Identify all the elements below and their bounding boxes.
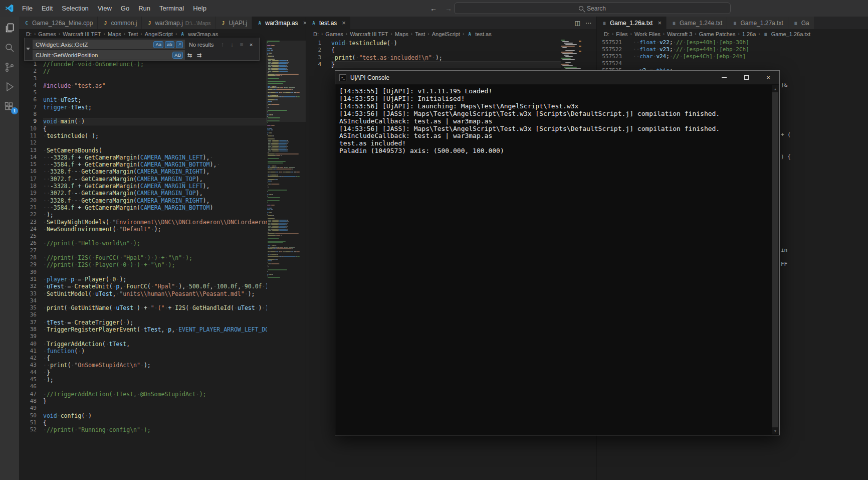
code-line[interactable]: ··-3328.f·+·GetCameraMargin(CAMERA_MARGI…: [43, 154, 267, 161]
code-line[interactable]: }: [43, 398, 267, 405]
code-line[interactable]: [633, 60, 868, 67]
code-line[interactable]: ·//print(·"Hello·world\n"·);: [43, 240, 267, 247]
breadcrumb-item[interactable]: war3map.as: [188, 31, 218, 37]
code-area[interactable]: ··float·v22;·//·[esp+40h]·[ebp-30h]··flo…: [633, 39, 868, 74]
code-line[interactable]: ·//TriggerAddAction(·tTest,·@OnSomeStupi…: [43, 391, 267, 398]
code-line[interactable]: ·print(·GetUnitName(·uTest·)·+·"·("·+·I2…: [43, 304, 267, 311]
tab-ga[interactable]: ≡Ga: [788, 17, 814, 29]
code-line[interactable]: ·);: [43, 376, 267, 383]
whole-word-toggle[interactable]: ab: [165, 41, 174, 48]
breadcrumb-item[interactable]: Game_1.26a.txt: [771, 31, 810, 37]
replace-input[interactable]: CUnit::GetWorldPosition AB: [33, 50, 185, 60]
menu-view[interactable]: View: [93, 0, 116, 17]
editor-actions-more-icon[interactable]: ⋯: [585, 20, 591, 27]
code-line[interactable]: [43, 333, 267, 340]
code-line[interactable]: ··-3328.f·+·GetCameraMargin(CAMERA_MARGI…: [43, 183, 267, 190]
code-line[interactable]: unit·uTest;: [43, 96, 267, 103]
code-line[interactable]: ··3072.f·-·GetCameraMargin(CAMERA_MARGIN…: [43, 190, 267, 197]
code-line[interactable]: #include·"test.as": [43, 82, 267, 89]
code-line[interactable]: ··3072.f·-·GetCameraMargin(CAMERA_MARGIN…: [43, 176, 267, 183]
breadcrumb-item[interactable]: AngelScript: [145, 31, 173, 37]
tab-game_1-26a-txt[interactable]: ≡Game_1.26a.txt×: [597, 17, 667, 29]
code-editor[interactable]: 1234567891011121314151617181920212223242…: [19, 39, 306, 480]
menu-go[interactable]: Go: [116, 0, 134, 17]
tab-ujapi-j[interactable]: JUjAPI.j: [216, 17, 253, 29]
code-line[interactable]: ·//print(·"Running·config\n"·);: [43, 426, 267, 433]
menu-file[interactable]: File: [18, 0, 37, 17]
back-arrow-icon[interactable]: ←: [430, 5, 437, 13]
find-in-selection-button[interactable]: ≡: [237, 42, 247, 48]
code-area[interactable]: //funcdef·void·OnSomeFunc(·);//#include·…: [43, 61, 267, 433]
code-line[interactable]: ··3328.f·-·GetCameraMargin(CAMERA_MARGIN…: [43, 197, 267, 204]
code-line[interactable]: ·//print(·I2S(·FourCC(·"Hpal"·)·)·+·"\n"…: [43, 254, 267, 261]
preserve-case-toggle[interactable]: AB: [172, 52, 183, 59]
code-line[interactable]: [43, 383, 267, 390]
code-line[interactable]: ·SetDayNightModels(·"Environment\\DNC\\D…: [43, 219, 267, 226]
code-line[interactable]: [43, 139, 267, 146]
breadcrumb-item[interactable]: Test: [415, 31, 425, 37]
breadcrumb-item[interactable]: Maps: [108, 31, 121, 37]
maximize-button[interactable]: [735, 71, 757, 85]
code-line[interactable]: //: [43, 68, 267, 75]
breadcrumb-item[interactable]: Games: [38, 31, 56, 37]
previous-match-button[interactable]: ↑: [218, 42, 228, 48]
menu-selection[interactable]: Selection: [57, 0, 93, 17]
code-line[interactable]: {: [43, 125, 267, 132]
breadcrumb-item[interactable]: Games: [325, 31, 343, 37]
extensions-icon[interactable]: 1: [4, 100, 16, 112]
scrollbar-thumb[interactable]: [772, 92, 778, 427]
code-line[interactable]: [43, 269, 267, 276]
code-area[interactable]: void·testinclude(·){·print(·"test.as·inc…: [331, 40, 561, 68]
find-widget-sash[interactable]: [25, 38, 31, 60]
code-line[interactable]: ·uTest·=·CreateUnit(·p,·FourCC(·"Hpal"·)…: [43, 283, 267, 290]
breadcrumb-item[interactable]: D:: [26, 31, 32, 37]
tab-test-as[interactable]: Atest.as×: [306, 17, 351, 29]
code-line[interactable]: ·}: [43, 369, 267, 376]
run-debug-icon[interactable]: [4, 81, 16, 93]
breadcrumb-item[interactable]: Files: [616, 31, 627, 37]
breadcrumb-item[interactable]: Warcraft III TFT: [63, 31, 101, 37]
tab-game_1-27a-txt[interactable]: ≡Game_1.27a.txt: [727, 17, 788, 29]
code-line[interactable]: [43, 247, 267, 254]
scroll-down-icon[interactable]: ▼: [772, 427, 779, 434]
menu-terminal[interactable]: Terminal: [155, 0, 188, 17]
code-line[interactable]: }: [331, 61, 561, 68]
breadcrumb-item[interactable]: D:: [313, 31, 319, 37]
tab-war3map-j[interactable]: Jwar3map.jD:\...\Maps: [142, 17, 215, 29]
code-line[interactable]: ··-3584.f·+·GetCameraMargin(CAMERA_MARGI…: [43, 161, 267, 168]
tab-war3map-as[interactable]: Awar3map.as×: [252, 17, 306, 29]
code-line[interactable]: ··float·v23;·//·[esp+44h]·[ebp-2Ch]: [633, 46, 868, 53]
console-title-bar[interactable]: >_ UjAPI Console ×: [335, 71, 779, 85]
code-line[interactable]: //funcdef·void·OnSomeFunc(·);: [43, 61, 267, 68]
code-line[interactable]: ··-3584.f·+·GetCameraMargin(CAMERA_MARGI…: [43, 204, 267, 211]
tab-game_1-24e-txt[interactable]: ≡Game_1.24e.txt: [667, 17, 727, 29]
code-line[interactable]: ·);: [43, 211, 267, 218]
replace-button[interactable]: ⇆: [185, 52, 194, 59]
code-line[interactable]: [43, 75, 267, 82]
menu-run[interactable]: Run: [134, 0, 155, 17]
code-line[interactable]: ·//print(·I2S(·Player(·0·)·)·+·"\n"·);: [43, 261, 267, 268]
code-line[interactable]: ·SetUnitModel(·uTest,·"units\\human\\Pea…: [43, 290, 267, 297]
code-line[interactable]: void·main(·): [43, 118, 267, 125]
search-sidebar-icon[interactable]: [4, 42, 16, 54]
breadcrumb-item[interactable]: Warcraft 3: [667, 31, 692, 37]
menu-edit[interactable]: Edit: [37, 0, 57, 17]
code-line[interactable]: ·SetCameraBounds(: [43, 147, 267, 154]
close-find-widget-button[interactable]: ×: [247, 42, 256, 48]
code-line[interactable]: [43, 405, 267, 412]
code-line[interactable]: {: [331, 47, 561, 54]
regex-toggle[interactable]: .*: [176, 41, 183, 48]
code-line[interactable]: ··char·v24;·//·[esp+4Ch]·[ebp-24h]: [633, 53, 868, 60]
code-line[interactable]: ·tTest·=·CreateTrigger(·);: [43, 319, 267, 326]
minimize-button[interactable]: [713, 71, 735, 85]
code-line[interactable]: ··print(·"OnSomeStupidAct\n"·);: [43, 362, 267, 369]
breadcrumb-item[interactable]: test.as: [475, 31, 491, 37]
breadcrumb-item[interactable]: Warcraft III TFT: [350, 31, 388, 37]
close-button[interactable]: ×: [757, 71, 779, 85]
code-line[interactable]: ·NewSoundEnvironment(·"Default"·);: [43, 226, 267, 233]
code-line[interactable]: ··3328.f·-·GetCameraMargin(CAMERA_MARGIN…: [43, 168, 267, 175]
scroll-up-icon[interactable]: ▲: [772, 85, 779, 92]
split-editor-icon[interactable]: ◫: [575, 20, 580, 27]
next-match-button[interactable]: ↓: [228, 42, 237, 48]
match-case-toggle[interactable]: Aa: [153, 41, 163, 48]
